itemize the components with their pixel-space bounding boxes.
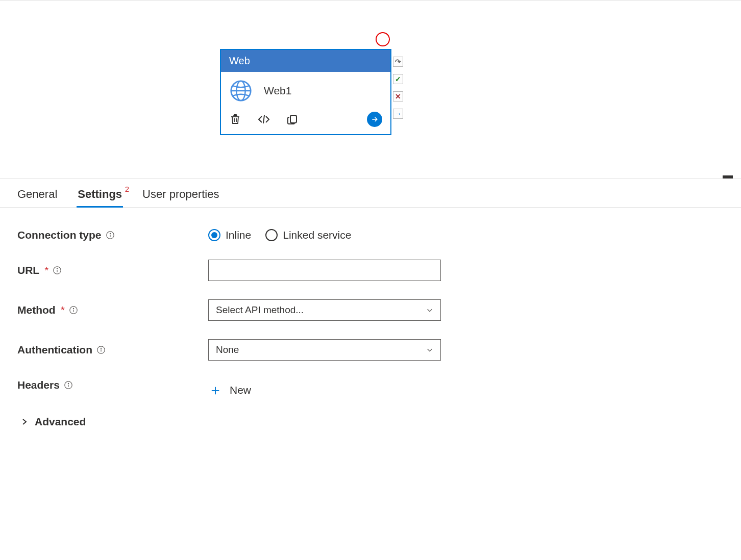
authentication-label: Authentication	[17, 344, 92, 356]
url-label: URL	[17, 264, 39, 276]
required-mark: *	[61, 304, 65, 316]
headers-label: Headers	[17, 379, 60, 391]
dependency-failure-icon[interactable]: ✕	[393, 91, 403, 101]
activity-type-label: Web	[229, 55, 250, 66]
activity-name: Web1	[264, 85, 291, 97]
required-mark: *	[44, 264, 48, 276]
url-input[interactable]	[208, 260, 441, 281]
next-arrow-button[interactable]	[367, 112, 382, 127]
highlight-circle	[376, 32, 390, 46]
settings-form: Connection type Inline Linked service	[0, 208, 741, 449]
settings-error-badge: 2	[125, 185, 129, 193]
svg-point-13	[68, 383, 68, 384]
tab-general[interactable]: General	[17, 188, 57, 207]
code-icon[interactable]	[258, 113, 270, 125]
dependency-completion-icon[interactable]: →	[393, 109, 403, 119]
radio-linked-service[interactable]: Linked service	[265, 229, 351, 241]
info-icon[interactable]	[64, 380, 73, 390]
row-headers: Headers ＋ New	[17, 379, 724, 397]
connection-type-label: Connection type	[17, 229, 102, 241]
activity-header[interactable]: Web	[221, 50, 390, 72]
row-connection-type: Connection type Inline Linked service	[17, 229, 724, 241]
tab-settings[interactable]: Settings 2	[78, 188, 122, 207]
radio-inline[interactable]: Inline	[208, 229, 251, 241]
advanced-toggle[interactable]: Advanced	[20, 416, 724, 428]
svg-rect-3	[290, 115, 297, 123]
info-icon[interactable]	[69, 306, 78, 315]
panel-resize-handle[interactable]	[723, 175, 733, 179]
plus-icon: ＋	[208, 383, 223, 397]
row-authentication: Authentication None	[17, 339, 724, 361]
chevron-down-icon	[426, 307, 433, 314]
chevron-down-icon	[426, 346, 433, 353]
pipeline-canvas[interactable]: Web Web1	[0, 0, 741, 179]
info-icon[interactable]	[53, 266, 62, 275]
dependency-skip-icon[interactable]: ↷	[393, 57, 403, 67]
web-activity-card[interactable]: Web Web1	[220, 49, 391, 135]
svg-point-11	[101, 348, 101, 348]
method-select[interactable]: Select API method...	[208, 299, 441, 321]
authentication-select[interactable]: None	[208, 339, 441, 361]
chevron-right-icon	[20, 418, 29, 426]
svg-point-9	[73, 308, 73, 309]
globe-icon	[229, 79, 253, 103]
svg-point-5	[110, 233, 110, 234]
delete-icon[interactable]	[229, 113, 241, 125]
info-icon[interactable]	[96, 345, 106, 354]
method-label: Method	[17, 304, 56, 316]
activity-dependency-handles: ↷ ✓ ✕ →	[393, 57, 403, 119]
dependency-success-icon[interactable]: ✓	[393, 74, 403, 84]
copy-icon[interactable]	[286, 113, 299, 125]
info-icon[interactable]	[106, 231, 115, 240]
properties-panel: General Settings 2 User properties Conne…	[0, 179, 741, 449]
properties-tabs: General Settings 2 User properties	[0, 179, 741, 208]
svg-point-7	[57, 268, 58, 269]
row-method: Method * Select API method...	[17, 299, 724, 321]
new-header-button[interactable]: ＋ New	[208, 383, 251, 397]
row-url: URL *	[17, 260, 724, 281]
tab-user-properties[interactable]: User properties	[142, 188, 219, 207]
